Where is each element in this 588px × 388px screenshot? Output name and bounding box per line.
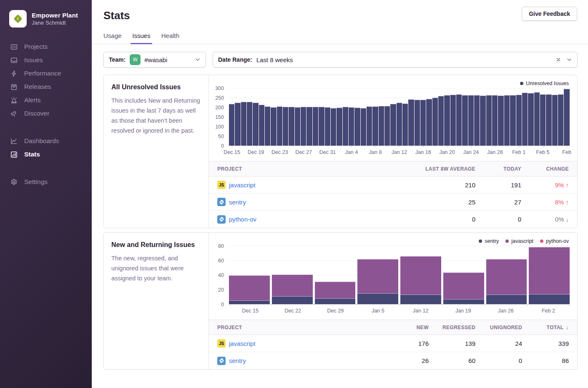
chart-bar[interactable] bbox=[367, 88, 372, 146]
chart-bar[interactable] bbox=[361, 88, 366, 146]
chart-bar[interactable] bbox=[319, 88, 324, 146]
project-link[interactable]: sentry bbox=[229, 199, 246, 206]
chart-bar[interactable] bbox=[456, 88, 462, 146]
chart-bar[interactable] bbox=[529, 246, 570, 304]
tab-health[interactable]: Health bbox=[161, 32, 179, 44]
legend-item[interactable]: python-ov bbox=[540, 238, 569, 244]
project-link[interactable]: sentry bbox=[229, 357, 246, 364]
sidebar-item-label: Performance bbox=[24, 70, 61, 77]
chart-bar[interactable] bbox=[564, 88, 569, 146]
chart-bar[interactable] bbox=[474, 88, 480, 146]
chart-bar[interactable] bbox=[229, 88, 234, 146]
chart-bar[interactable] bbox=[546, 88, 551, 146]
performance-icon bbox=[10, 70, 18, 77]
chart-bar[interactable] bbox=[415, 88, 420, 146]
chart-bar[interactable] bbox=[390, 88, 396, 146]
chart-bar[interactable] bbox=[397, 88, 402, 146]
chart-bar[interactable] bbox=[384, 88, 390, 146]
chart-bar[interactable] bbox=[420, 88, 426, 146]
chart-bar[interactable] bbox=[516, 88, 522, 146]
chart-bar[interactable] bbox=[241, 88, 246, 146]
tab-usage[interactable]: Usage bbox=[103, 32, 121, 44]
sidebar-item-alerts[interactable]: Alerts bbox=[0, 93, 92, 107]
chart-bar[interactable] bbox=[462, 88, 467, 146]
chart-bar[interactable] bbox=[443, 246, 484, 304]
chart-bar[interactable] bbox=[289, 88, 294, 146]
chart-bar[interactable] bbox=[426, 88, 432, 146]
chart-bar[interactable] bbox=[357, 246, 398, 304]
date-range-filter[interactable]: Date Range: Last 8 weeks bbox=[213, 52, 578, 68]
chart-bar[interactable] bbox=[400, 246, 441, 304]
chart-bar[interactable] bbox=[504, 88, 510, 146]
legend-item[interactable]: sentry bbox=[479, 238, 499, 244]
chart-bar[interactable] bbox=[313, 88, 318, 146]
chart-bar[interactable] bbox=[498, 88, 503, 146]
chart-bar[interactable] bbox=[510, 88, 515, 146]
team-filter[interactable]: Team: W #wasabi bbox=[103, 52, 206, 68]
sidebar-item-issues[interactable]: Issues bbox=[0, 53, 92, 67]
new-returning-issues-chart[interactable]: sentryjavascriptpython-ov020406080Dec 15… bbox=[209, 233, 577, 316]
chart-bar[interactable] bbox=[295, 88, 300, 146]
sidebar-item-settings[interactable]: Settings bbox=[0, 175, 92, 189]
chart-bar[interactable] bbox=[301, 88, 306, 146]
chart-bar[interactable] bbox=[486, 88, 492, 146]
chart-bar[interactable] bbox=[558, 88, 563, 146]
project-link[interactable]: python-ov bbox=[229, 216, 256, 223]
chart-bar[interactable] bbox=[349, 88, 354, 146]
sidebar-item-performance[interactable]: Performance bbox=[0, 67, 92, 80]
project-link[interactable]: javascript bbox=[229, 181, 255, 189]
chart-bar[interactable] bbox=[247, 88, 252, 146]
chart-bar[interactable] bbox=[468, 88, 474, 146]
chart-bar[interactable] bbox=[325, 88, 330, 146]
chart-bar[interactable] bbox=[253, 88, 258, 146]
sidebar-item-stats[interactable]: Stats bbox=[0, 148, 92, 161]
chart-bar[interactable] bbox=[438, 88, 444, 146]
chart-bar[interactable] bbox=[307, 88, 312, 146]
chart-bar[interactable] bbox=[331, 88, 336, 146]
chart-bar[interactable] bbox=[492, 88, 498, 146]
chart-bar[interactable] bbox=[337, 88, 342, 146]
chart-bar[interactable] bbox=[486, 246, 527, 304]
chart-bar[interactable] bbox=[522, 88, 528, 146]
give-feedback-button[interactable]: Give Feedback bbox=[522, 7, 577, 21]
sidebar-item-projects[interactable]: Projects bbox=[0, 40, 92, 53]
column-header-total-sort[interactable]: TOTAL ↓ bbox=[530, 324, 577, 330]
legend-item[interactable]: javascript bbox=[505, 238, 533, 244]
chart-bar[interactable] bbox=[229, 246, 270, 304]
chart-bar[interactable] bbox=[450, 88, 456, 146]
clear-icon[interactable] bbox=[555, 57, 561, 63]
project-link[interactable]: javascript bbox=[229, 340, 255, 347]
chart-bar[interactable] bbox=[272, 246, 313, 304]
chart-bar[interactable] bbox=[408, 88, 414, 146]
chart-plot[interactable] bbox=[229, 246, 570, 305]
chart-bar[interactable] bbox=[271, 88, 276, 146]
chart-bar[interactable] bbox=[480, 88, 485, 146]
chart-bar[interactable] bbox=[402, 88, 408, 146]
legend-item[interactable]: Unresolved Issues bbox=[520, 80, 569, 86]
sidebar-item-releases[interactable]: Releases bbox=[0, 80, 92, 93]
chart-bar[interactable] bbox=[528, 88, 533, 146]
chevron-down-icon[interactable] bbox=[566, 57, 572, 63]
chart-bar[interactable] bbox=[343, 88, 348, 146]
chart-bar[interactable] bbox=[432, 88, 438, 146]
chart-bar[interactable] bbox=[259, 88, 264, 146]
unresolved-issues-chart[interactable]: Unresolved Issues050100150200250300Dec 1… bbox=[209, 75, 577, 158]
chart-bar[interactable] bbox=[235, 88, 240, 146]
chart-bar[interactable] bbox=[379, 88, 384, 146]
org-switcher[interactable]: Empower Plant Jane Schmidt bbox=[0, 8, 92, 37]
chart-bar[interactable] bbox=[277, 88, 282, 146]
chart-bar[interactable] bbox=[372, 88, 378, 146]
sidebar-item-dashboards[interactable]: Dashboards bbox=[0, 134, 92, 148]
tab-issues[interactable]: Issues bbox=[132, 32, 150, 44]
sidebar-item-discover[interactable]: Discover bbox=[0, 107, 92, 120]
chart-bar[interactable] bbox=[315, 246, 356, 304]
chart-bar[interactable] bbox=[444, 88, 450, 146]
chart-bar[interactable] bbox=[265, 88, 270, 146]
chart-bar[interactable] bbox=[354, 88, 360, 146]
chart-bar[interactable] bbox=[283, 88, 288, 146]
chart-plot[interactable] bbox=[229, 88, 570, 146]
chart-bar[interactable] bbox=[534, 88, 540, 146]
sidebar-item-label: Releases bbox=[24, 83, 51, 91]
chart-bar[interactable] bbox=[540, 88, 545, 146]
chart-bar[interactable] bbox=[552, 88, 558, 146]
